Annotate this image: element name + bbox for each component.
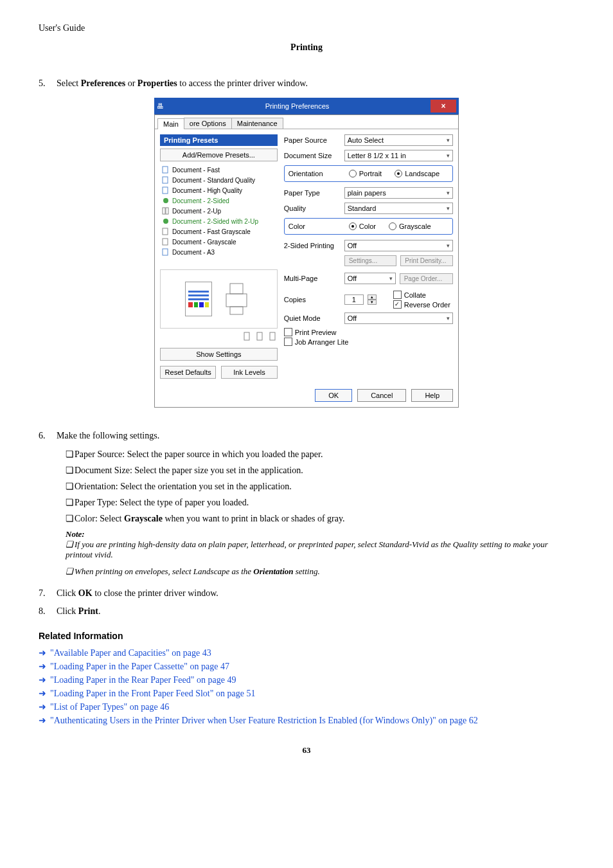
radio-icon xyxy=(395,170,402,177)
copies-spinner[interactable]: ▴▾ xyxy=(368,294,377,305)
tab-more-options[interactable]: ore Options xyxy=(184,118,232,129)
preset-label: Document - Standard Quality xyxy=(172,177,255,184)
sub-item: ❏Orientation: Select the orientation you… xyxy=(66,481,574,492)
preset-item[interactable]: Document - 2-Up xyxy=(161,206,277,216)
radio-icon xyxy=(349,222,357,230)
preview-doc-icon xyxy=(185,282,212,316)
step-number: 7. xyxy=(39,588,57,599)
preset-label: Document - A3 xyxy=(172,249,215,256)
page-order-button[interactable]: Page Order... xyxy=(400,273,453,284)
select-value: Off xyxy=(348,242,357,249)
print-density-button[interactable]: Print Density... xyxy=(400,255,453,266)
color-color-radio[interactable]: Color xyxy=(349,222,376,230)
link[interactable]: "List of Paper Types" on page 46 xyxy=(50,702,169,712)
link[interactable]: "Available Paper and Capacities" on page… xyxy=(50,648,211,658)
collate-checkbox[interactable] xyxy=(393,291,402,299)
step-number: 8. xyxy=(39,606,57,617)
quiet-mode-select[interactable]: Off▾ xyxy=(344,312,453,324)
close-icon[interactable]: × xyxy=(431,100,456,113)
ink-levels-button[interactable]: Ink Levels xyxy=(221,366,277,379)
chevron-down-icon: ▾ xyxy=(447,137,450,143)
chevron-down-icon: ▾ xyxy=(447,152,450,159)
add-remove-presets-button[interactable]: Add/Remove Presets... xyxy=(160,149,278,161)
document-size-select[interactable]: Letter 8 1/2 x 11 in▾ xyxy=(344,150,453,161)
preset-item[interactable]: Document - Standard Quality xyxy=(161,175,277,185)
svg-rect-8 xyxy=(163,239,168,245)
preset-item[interactable]: Document - 2-Sided with 2-Up xyxy=(161,216,277,226)
text: or xyxy=(125,78,138,88)
step-8-text: Click Print. xyxy=(57,606,100,617)
svg-rect-11 xyxy=(230,284,243,294)
sub-text: Color: Select xyxy=(75,514,124,523)
step-8: 8. Click Print. xyxy=(39,606,574,617)
chevron-down-icon: ▾ xyxy=(447,205,450,212)
reset-defaults-button[interactable]: Reset Defaults xyxy=(160,366,216,379)
paper-type-label: Paper Type xyxy=(284,189,341,197)
document-icon xyxy=(162,238,170,246)
layout-icon xyxy=(162,207,170,215)
tab-maintenance[interactable]: Maintenance xyxy=(231,118,283,129)
preset-label: Document - 2-Sided xyxy=(172,197,229,204)
radio-label: Portrait xyxy=(359,170,382,177)
preset-item[interactable]: Document - High Quality xyxy=(161,185,277,195)
cancel-button[interactable]: Cancel xyxy=(357,389,406,402)
preset-item[interactable]: Document - Fast Grayscale xyxy=(161,226,277,237)
preset-item[interactable]: Document - 2-Sided xyxy=(161,195,277,206)
orient-icon[interactable] xyxy=(254,331,265,341)
section-title: Printing xyxy=(39,42,574,53)
sub-item: ❏Paper Source: Select the paper source i… xyxy=(66,449,574,460)
note-text: setting. xyxy=(293,566,319,576)
related-info-heading: Related Information xyxy=(39,631,574,641)
job-arranger-checkbox[interactable] xyxy=(284,338,292,346)
color-grayscale-radio[interactable]: Grayscale xyxy=(389,222,431,230)
eco-icon xyxy=(162,197,170,204)
settings-button[interactable]: Settings... xyxy=(344,255,397,266)
document-icon xyxy=(162,228,170,235)
text-bold: Print xyxy=(78,606,98,616)
svg-rect-2 xyxy=(163,187,168,194)
preset-label: Document - Fast xyxy=(172,167,220,174)
copies-input[interactable]: 1 xyxy=(344,294,364,305)
ok-button[interactable]: OK xyxy=(315,389,352,402)
show-settings-button[interactable]: Show Settings xyxy=(160,348,278,361)
orientation-landscape-radio[interactable]: Landscape xyxy=(395,170,440,177)
text: . xyxy=(98,606,101,616)
link[interactable]: "Loading Paper in the Rear Paper Feed" o… xyxy=(50,675,236,685)
preset-item[interactable]: Document - Fast xyxy=(161,165,277,175)
orient-icon[interactable] xyxy=(267,331,278,341)
dialog-title: Printing Preferences xyxy=(164,102,431,110)
preset-item[interactable]: Document - A3 xyxy=(161,247,277,257)
paper-type-select[interactable]: plain papers▾ xyxy=(344,187,453,199)
preset-label: Document - 2-Sided with 2-Up xyxy=(172,218,258,225)
checkbox-label: Reverse Order xyxy=(404,301,450,309)
print-preview-checkbox[interactable] xyxy=(284,328,292,336)
orient-icon[interactable] xyxy=(242,331,252,341)
tab-main[interactable]: Main xyxy=(157,118,184,129)
chevron-down-icon: ▾ xyxy=(389,275,393,282)
document-icon xyxy=(162,186,170,194)
printing-preferences-dialog: 🖶 Printing Preferences × Main ore Option… xyxy=(154,98,459,408)
step-number: 5. xyxy=(39,78,57,89)
multi-page-select[interactable]: Off▾ xyxy=(344,273,396,284)
related-link: ➜"Loading Paper in the Rear Paper Feed" … xyxy=(39,674,574,685)
two-sided-select[interactable]: Off▾ xyxy=(344,240,453,251)
paper-source-select[interactable]: Auto Select▾ xyxy=(344,134,453,146)
link[interactable]: "Loading Paper in the Front Paper Feed S… xyxy=(50,689,255,698)
sub-item: ❏Paper Type: Select the type of paper yo… xyxy=(66,497,574,508)
orientation-portrait-radio[interactable]: Portrait xyxy=(349,170,382,177)
arrow-icon: ➜ xyxy=(39,674,50,685)
header-left: User's Guide xyxy=(39,23,574,33)
help-button[interactable]: Help xyxy=(411,389,453,402)
link[interactable]: "Loading Paper in the Paper Cassette" on… xyxy=(50,662,229,671)
quiet-mode-label: Quiet Mode xyxy=(284,314,341,322)
select-value: Letter 8 1/2 x 11 in xyxy=(348,152,406,159)
preset-item[interactable]: Document - Grayscale xyxy=(161,237,277,247)
svg-rect-5 xyxy=(166,208,168,214)
related-link: ➜"Loading Paper in the Front Paper Feed … xyxy=(39,688,574,699)
quality-select[interactable]: Standard▾ xyxy=(344,203,453,214)
related-link: ➜"Loading Paper in the Paper Cassette" o… xyxy=(39,661,574,672)
reverse-order-checkbox[interactable] xyxy=(393,300,402,309)
link[interactable]: "Authenticating Users in the Printer Dri… xyxy=(50,716,478,725)
note-item: ❏If you are printing high-density data o… xyxy=(66,539,574,560)
text: Click xyxy=(57,606,78,616)
